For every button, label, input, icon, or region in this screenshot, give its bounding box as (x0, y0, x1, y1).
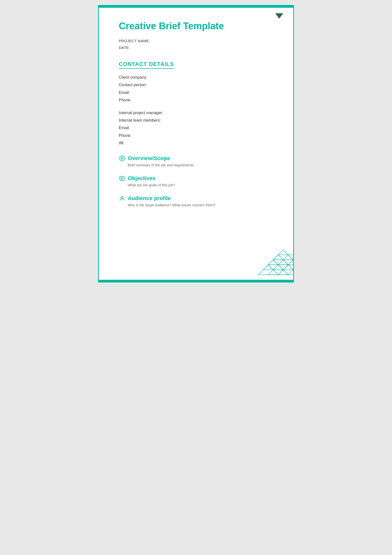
dropdown-arrow-icon[interactable] (275, 13, 283, 19)
im-label: IM: (119, 139, 281, 147)
svg-point-7 (121, 196, 123, 198)
objectives-title: Objectives (128, 175, 155, 182)
contact-details-heading: CONTACT DETAILS (119, 61, 174, 69)
objectives-description: What are the goals of this job? (128, 183, 281, 187)
contact-person-label: Contact person: (119, 81, 281, 89)
project-name-label: PROJECT NAME: (119, 37, 281, 44)
overview-section: Overview/Scope Brief summary of the job … (119, 155, 281, 167)
objectives-icon (119, 175, 125, 182)
overview-header: Overview/Scope (119, 155, 281, 162)
audience-section: Audience profile Who is the target audie… (119, 195, 281, 207)
bottom-border (99, 280, 293, 282)
page-container: Creative Brief Template PROJECT NAME: DA… (98, 5, 294, 282)
internal-pm-label: Internal project manager: (119, 109, 281, 117)
audience-title: Audience profile (128, 195, 171, 202)
contact-details-section: CONTACT DETAILS Client company: Contact … (119, 58, 281, 147)
email-2-label: Email: (119, 124, 281, 132)
decorative-triangles (243, 240, 293, 280)
phone-2-label: Phone: (119, 132, 281, 139)
internal-contact-group: Internal project manager: Internal team … (119, 109, 281, 147)
client-contact-group: Client company: Contact person: Email: P… (119, 74, 281, 104)
objectives-header: Objectives (119, 175, 281, 182)
date-label: DATE: (119, 44, 281, 51)
audience-description: Who is the target audience? What issues … (128, 203, 281, 207)
svg-point-2 (122, 158, 123, 159)
page-title: Creative Brief Template (119, 21, 281, 31)
client-company-label: Client company: (119, 74, 281, 81)
audience-profile-icon (119, 195, 125, 202)
overview-icon (119, 155, 125, 162)
email-1-label: Email: (119, 89, 281, 96)
phone-1-label: Phone: (119, 96, 281, 104)
overview-description: Brief summary of the job and requirement… (128, 163, 281, 167)
internal-team-label: Internal team members: (119, 117, 281, 124)
audience-header: Audience profile (119, 195, 281, 202)
project-info-section: PROJECT NAME: DATE: (119, 37, 281, 51)
overview-title: Overview/Scope (128, 155, 170, 162)
objectives-section: Objectives What are the goals of this jo… (119, 175, 281, 187)
top-border (99, 6, 293, 8)
